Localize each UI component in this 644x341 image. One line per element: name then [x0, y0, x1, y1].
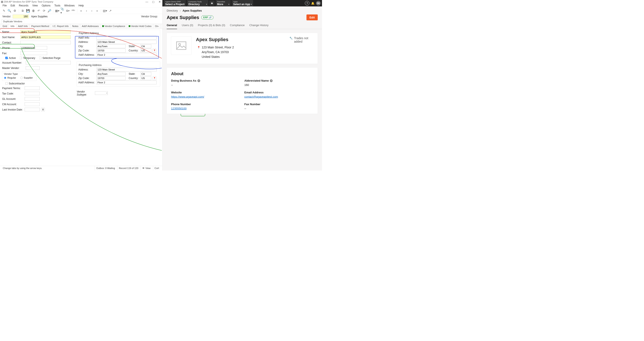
- subcontractor-checkbox[interactable]: Subcontractor: [2, 82, 76, 85]
- pur-city-input[interactable]: [96, 72, 126, 76]
- bell-icon[interactable]: 🔔: [310, 1, 315, 6]
- crumb-root[interactable]: Directory: [167, 9, 178, 12]
- phone-input[interactable]: [20, 46, 47, 50]
- pur-country-input[interactable]: [140, 76, 151, 80]
- project-menu[interactable]: Agave Demo ERP Select a Project ▾: [164, 0, 186, 6]
- pay-country-input[interactable]: [140, 49, 151, 52]
- menu-help[interactable]: Help: [79, 4, 84, 7]
- edit-icon[interactable]: ✎: [2, 8, 6, 13]
- value-website[interactable]: https://www.agaveapi.com/: [171, 95, 240, 98]
- delete-icon[interactable]: 🗑: [31, 8, 36, 13]
- pur-zip-input[interactable]: [96, 76, 126, 80]
- subtab-notes[interactable]: Notes: [70, 24, 80, 28]
- help-icon[interactable]: ?: [197, 79, 200, 82]
- binoculars-icon[interactable]: 🔍: [7, 8, 12, 13]
- menu-options[interactable]: Options: [42, 4, 50, 7]
- vendor-number-input[interactable]: [13, 15, 29, 18]
- favorite-star-icon[interactable]: ★: [209, 1, 214, 6]
- new-icon[interactable]: 🗎: [20, 8, 25, 13]
- undo-icon[interactable]: ↶: [37, 8, 41, 13]
- favorites-menu[interactable]: Favorites More ▾: [216, 0, 230, 6]
- nav-next-icon[interactable]: ›: [90, 8, 94, 13]
- refresh-icon[interactable]: ⟳: [42, 8, 46, 13]
- search-icon[interactable]: 🔎: [47, 8, 52, 13]
- account-number-input[interactable]: [26, 61, 71, 64]
- subtab-vendor-hold-codes[interactable]: Vendor Hold Codes: [127, 24, 154, 28]
- radio-regular[interactable]: Regular: [4, 76, 16, 80]
- grid-icon[interactable]: ▦▾: [55, 8, 59, 13]
- vendor-subtype-select[interactable]: [95, 91, 108, 95]
- label-tax-code: Tax Code:: [2, 92, 24, 95]
- menu-view[interactable]: View: [32, 4, 38, 7]
- tab-duplicate-vendors[interactable]: Duplicate Vendors: [2, 20, 24, 24]
- contact-input[interactable]: [20, 41, 71, 44]
- subtab-on[interactable]: On-: [154, 24, 161, 28]
- value-phone[interactable]: 1235550100: [171, 107, 240, 110]
- pur-addl-address-input[interactable]: [96, 81, 156, 84]
- subtab-payment-method[interactable]: Payment Method: [30, 24, 51, 28]
- subtab-grid[interactable]: Grid: [1, 24, 9, 28]
- close-button[interactable]: ✕: [158, 0, 162, 4]
- selective-purge-checkbox[interactable]: Selective Purge: [39, 56, 60, 60]
- sort-name-input[interactable]: [20, 35, 71, 39]
- cm-account-input[interactable]: [25, 102, 40, 106]
- spellcheck-icon[interactable]: ᴬᴮᶜ: [71, 8, 76, 13]
- tab-projects-bids[interactable]: Projects (0) & Bids (0): [198, 24, 225, 29]
- tab-general[interactable]: General: [167, 24, 177, 29]
- relate-icon[interactable]: ⧉▾: [66, 8, 70, 13]
- gear-icon[interactable]: ⚙: [13, 8, 17, 13]
- edit-button[interactable]: Edit: [306, 14, 318, 20]
- fax-input[interactable]: [20, 52, 47, 55]
- tab-users[interactable]: Users (0): [182, 24, 193, 29]
- temporary-checkbox[interactable]: Temporary: [20, 56, 35, 60]
- pay-zip-input[interactable]: [96, 49, 126, 52]
- tax-code-input[interactable]: [25, 92, 40, 95]
- apps-menu[interactable]: Apps Select an App ▾: [232, 0, 253, 6]
- company-tools-menu[interactable]: Company Tools Directory ▾: [187, 0, 208, 6]
- active-checkbox[interactable]: Active: [5, 56, 16, 60]
- attach-icon[interactable]: 📎▾: [60, 8, 65, 13]
- calendar-icon[interactable]: 🗓: [41, 108, 45, 112]
- menu-tools[interactable]: Tools: [54, 4, 60, 7]
- avatar[interactable]: DE: [316, 1, 321, 6]
- menu-edit[interactable]: Edit: [10, 4, 15, 7]
- subtab-vendor-compliance[interactable]: Vendor Compliance: [100, 24, 127, 28]
- minimize-button[interactable]: —: [145, 0, 149, 4]
- tab-compliance[interactable]: Compliance: [230, 24, 245, 29]
- label-phone-number: Phone Number: [171, 102, 240, 106]
- master-vendor-input[interactable]: [26, 66, 40, 70]
- nav-first-icon[interactable]: «: [79, 8, 83, 13]
- pur-address-input[interactable]: [96, 68, 156, 72]
- pay-addlinfo-input[interactable]: [96, 36, 156, 40]
- pur-state-input[interactable]: [140, 72, 151, 76]
- value-email[interactable]: contact@agaveapitest.com: [244, 95, 314, 98]
- help-icon[interactable]: ?: [270, 79, 273, 82]
- help-icon[interactable]: ?: [305, 1, 309, 6]
- status-view[interactable]: 👁View: [141, 166, 152, 171]
- nav-last-icon[interactable]: »: [95, 8, 100, 13]
- table-icon[interactable]: ▤▾: [103, 8, 107, 13]
- name-input[interactable]: [20, 30, 71, 34]
- pay-city-input[interactable]: [96, 44, 126, 48]
- subtab-addl-info[interactable]: Add'l Info: [16, 24, 30, 28]
- payment-terms-input[interactable]: [25, 86, 40, 90]
- map-pin-icon[interactable]: 📍: [153, 49, 156, 52]
- menu-records[interactable]: Records: [19, 4, 28, 7]
- pay-addl-address-input[interactable]: [96, 53, 156, 57]
- pay-address-input[interactable]: [96, 40, 156, 44]
- last-invoice-input[interactable]: [25, 108, 40, 112]
- menu-file[interactable]: File: [2, 4, 7, 7]
- tab-change-history[interactable]: Change History: [249, 24, 269, 29]
- nav-prev-icon[interactable]: ‹: [84, 8, 89, 13]
- maximize-button[interactable]: ◻: [152, 0, 155, 4]
- gl-account-input[interactable]: [25, 97, 40, 101]
- save-icon[interactable]: 💾: [26, 8, 30, 13]
- subtab-info[interactable]: Info: [9, 24, 16, 28]
- subtab-addl-addresses[interactable]: Add'l Addresses: [80, 24, 100, 28]
- export-icon[interactable]: ↗: [108, 8, 112, 13]
- subtab-ic-report[interactable]: I.C. Report Info: [51, 24, 70, 28]
- map-pin-icon[interactable]: 📍: [153, 76, 156, 80]
- radio-supplier[interactable]: Supplier: [20, 76, 33, 80]
- menu-windows[interactable]: Windows: [64, 4, 75, 7]
- pay-state-input[interactable]: [140, 44, 151, 48]
